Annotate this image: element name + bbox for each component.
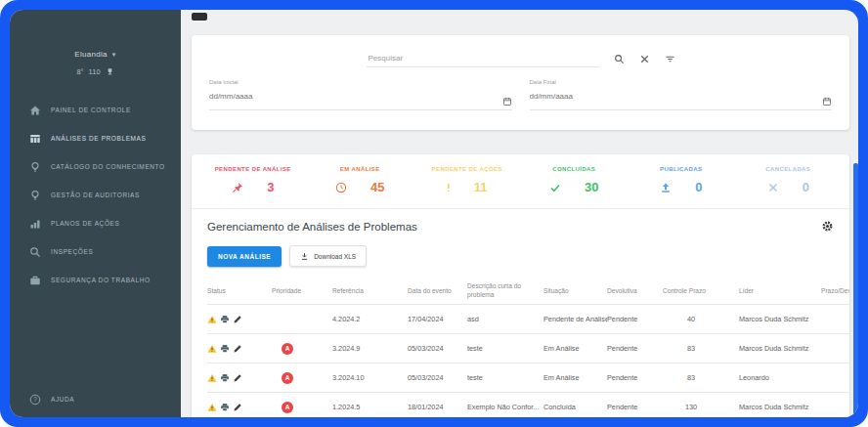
summary-card-label: CONCLUÍDAS [521,166,629,172]
sidebar-item-planos-de-acoes[interactable]: PLANOS DE AÇÕES [10,209,181,237]
publish-icon [660,182,672,193]
summary-card-canceladas[interactable]: CANCELADAS 0 [735,166,843,194]
lider-cell: Marcos Duda Schmitz [739,315,821,323]
new-analysis-button[interactable]: NOVA ANÁLISE [207,246,282,267]
column-header-devolutiva: Devolutiva [607,287,663,296]
priority-badge: A [282,343,293,355]
sidebar-item-ajuda[interactable]: ? AJUDA [10,385,181,413]
warning-icon [207,344,217,354]
table-row: 4.2024.2 17/04/2024 asd Pendente de Anál… [207,305,849,334]
column-header-prazo-devolutiva: Prazo/Devolutiva [821,287,849,296]
status-cell [207,403,272,412]
date-end-field: Data Final [530,79,833,110]
summary-card-value: 0 [803,180,809,194]
devolutiva-cell: Pendente [607,403,663,411]
print-icon[interactable] [220,344,230,354]
summary-card-em-analise[interactable]: EM ANÁLISE 45 [307,166,414,194]
controle-prazo-cell: 83 [663,373,739,382]
sidebar-nav: PAINEL DE CONTROLE ANÁLISES DE PROBLEMAS… [10,96,181,294]
user-rank-row: 8° 110 [10,67,181,76]
status-cell [207,315,272,324]
summary-card-pendente-de-acoes[interactable]: PENDENTE DE AÇÕES ! 11 [413,166,521,194]
gear-icon[interactable] [821,220,834,233]
descricao-cell: teste [467,344,543,353]
sidebar-item-analises-de-problemas[interactable]: ANÁLISES DE PROBLEMAS [10,124,181,152]
user-name: Eluandia [74,50,108,59]
lightbulb-icon [29,161,41,173]
sidebar-item-label: PAINEL DE CONTROLE [51,107,131,113]
summary-card-label: PENDENTE DE ANÁLISE [199,166,307,172]
content-card: PENDENTE DE ANÁLISE 3 EM ANÁLISE [192,154,849,417]
print-icon[interactable] [220,315,230,324]
sidebar-item-catalogo-do-conhecimento[interactable]: CATÁLOGO DO CONHECIMENTO [10,152,181,181]
summary-card-value: 30 [585,180,598,194]
column-header-situacao: Situação [543,287,607,296]
actions-row: NOVA ANÁLISE Download XLS [192,233,849,267]
situacao-cell: Concluída [543,403,607,411]
priority-cell: A [272,372,332,384]
page-title: Gerenciamento de Análises de Problemas [207,221,417,233]
calendar-icon[interactable] [502,93,512,103]
date-start-input[interactable] [209,89,475,101]
referencia-cell: 3.2024.10 [332,373,408,382]
section-head: Gerenciamento de Análises de Problemas [192,209,849,233]
help-circle-icon: ? [29,394,41,406]
search-input[interactable] [367,50,599,67]
edit-icon[interactable] [233,344,242,354]
priority-badge: A [282,402,293,413]
priority-badge: A [282,372,293,384]
lightbulb-icon [29,190,41,201]
data-evento-cell: 05/03/2024 [408,344,467,353]
sidebar-item-painel-de-controle[interactable]: PAINEL DE CONTROLE [10,96,181,124]
download-xls-button[interactable]: Download XLS [289,245,367,267]
calendar-icon[interactable] [822,93,832,103]
bar-chart-icon [29,218,41,230]
referencia-cell: 3.2024.9 [332,344,408,353]
print-icon[interactable] [220,373,230,383]
pushpin-icon [232,182,243,193]
summary-card-concluidas[interactable]: CONCLUÍDAS 30 [521,166,629,194]
summary-card-value: 3 [267,180,274,194]
edit-icon[interactable] [233,373,242,383]
search-icon[interactable] [614,54,625,64]
filter-icon[interactable] [665,54,675,64]
sidebar-item-gestao-de-auditorias[interactable]: GESTÃO DE AUDITORIAS [10,181,181,209]
svg-text:?: ? [33,396,37,403]
clear-icon[interactable] [639,54,650,64]
devolutiva-cell: Pendente [607,373,663,382]
status-cell [207,373,272,383]
sidebar-item-label: GESTÃO DE AUDITORIAS [51,192,140,198]
exclamation-icon: ! [447,182,451,193]
controle-prazo-cell: 130 [663,403,739,411]
situacao-cell: Pendente de Análise [543,315,607,323]
descricao-cell: teste [467,373,543,382]
table-row: A 3.2024.10 05/03/2024 teste Em Análise … [207,363,849,393]
print-icon[interactable] [220,403,230,412]
descricao-cell: Exemplo Não Confor... [467,403,543,411]
sidebar-item-seguranca-do-trabalho[interactable]: SEGURANÇA DO TRABALHO [10,266,181,294]
edit-icon[interactable] [233,403,242,412]
user-rank: 8° [76,67,83,76]
summary-card-label: PUBLICADAS [628,166,735,172]
column-header-prioridade: Prioridade [272,287,332,296]
user-menu[interactable]: Eluandia▾ [74,50,115,59]
lider-cell: Leonardo [739,373,821,382]
warning-icon [207,403,217,412]
summary-card-label: CANCELADAS [735,166,843,172]
controle-prazo-cell: 40 [663,315,739,323]
priority-cell: A [272,402,332,413]
date-end-input[interactable] [530,89,796,101]
summary-card-publicadas[interactable]: PUBLICADAS 0 [628,166,735,194]
magnifier-icon [29,246,41,258]
devolutiva-cell: Pendente [607,315,663,323]
check-icon [549,182,561,193]
vertical-scrollbar[interactable] [853,163,858,417]
date-end-label: Data Final [530,79,833,85]
edit-icon[interactable] [233,315,242,324]
referencia-cell: 4.2024.2 [332,315,408,323]
date-start-field: Data Inicial [209,79,512,110]
sidebar-item-inspecoes[interactable]: INSPEÇÕES [10,237,181,266]
sidebar-item-label: ANÁLISES DE PROBLEMAS [51,135,147,142]
summary-card-pendente-de-analise[interactable]: PENDENTE DE ANÁLISE 3 [199,166,307,194]
data-evento-cell: 17/04/2024 [408,315,467,323]
